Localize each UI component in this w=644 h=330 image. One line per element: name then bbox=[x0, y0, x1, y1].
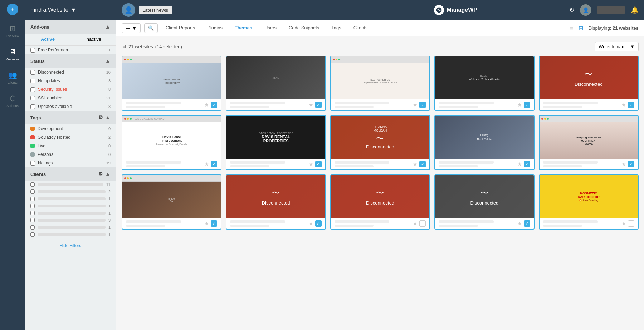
find-website-dropdown[interactable]: Find a Website ▼ bbox=[30, 7, 76, 13]
status-disconnected-checkbox[interactable] bbox=[30, 70, 35, 75]
nav-item-overview[interactable]: ⊞ Overview bbox=[2, 20, 23, 42]
bell-icon[interactable]: 🔔 bbox=[631, 6, 639, 14]
tab-clients[interactable]: Clients bbox=[349, 23, 372, 33]
client-item-7[interactable]: 1 bbox=[25, 224, 116, 231]
website-card-11[interactable]: TimberCo. ★ ✓ bbox=[122, 174, 221, 230]
status-security-item[interactable]: Security Issues 8 bbox=[25, 85, 116, 94]
status-noupdates-checkbox[interactable] bbox=[30, 79, 35, 83]
tab-code-snippets[interactable]: Code Snippets bbox=[284, 23, 323, 33]
tag-notags-checkbox[interactable] bbox=[30, 161, 35, 166]
website-card-2[interactable]: JRR ★ ✓ bbox=[226, 56, 326, 111]
grid-view-button[interactable]: ⊞ bbox=[577, 24, 585, 33]
nav-item-addons[interactable]: ⬡ Add-ons bbox=[2, 90, 23, 112]
news-badge[interactable]: Latest news! bbox=[139, 6, 172, 14]
tag-notags-item[interactable]: No tags 19 bbox=[25, 159, 116, 167]
card-check-11[interactable]: ✓ bbox=[211, 220, 217, 227]
tab-client-reports[interactable]: Client Reports bbox=[161, 23, 199, 33]
client-1-checkbox[interactable] bbox=[30, 182, 35, 187]
client-8-checkbox[interactable] bbox=[30, 232, 35, 237]
client-item-8[interactable]: 1 bbox=[25, 231, 116, 238]
client-5-checkbox[interactable] bbox=[30, 211, 35, 215]
tag-personal-item[interactable]: Personal 0 bbox=[25, 150, 116, 159]
status-ssl-checkbox[interactable] bbox=[30, 96, 35, 100]
card-star-5[interactable]: ★ bbox=[621, 102, 626, 108]
card-check-15[interactable] bbox=[628, 220, 634, 227]
card-check-3[interactable]: ✓ bbox=[419, 102, 426, 108]
website-card-15[interactable]: KOSMETICKAR DOCTOR 🔥 Auto Detailing ★ bbox=[539, 174, 639, 230]
tab-inactive[interactable]: Inactive bbox=[70, 34, 116, 45]
nav-item-clients[interactable]: 👥 Clients bbox=[2, 67, 23, 88]
website-card-3[interactable]: BEST WINERIESExpert Guide to Wine Countr… bbox=[330, 56, 430, 111]
tab-active[interactable]: Active bbox=[25, 34, 70, 45]
status-security-checkbox[interactable] bbox=[30, 87, 35, 92]
website-card-4[interactable]: Buntag Welcome To My Website ★ ✓ bbox=[434, 56, 534, 111]
tags-settings-icon[interactable]: ⚙ bbox=[98, 114, 103, 121]
add-button[interactable]: + bbox=[7, 4, 18, 15]
sort-dropdown[interactable]: Website name ▼ bbox=[595, 42, 639, 51]
card-star-12[interactable]: ★ bbox=[309, 221, 313, 226]
card-check-5[interactable]: ✓ bbox=[628, 102, 634, 108]
card-check-1[interactable]: ✓ bbox=[211, 102, 217, 108]
card-check-13[interactable] bbox=[419, 220, 426, 227]
tab-users[interactable]: Users bbox=[260, 23, 281, 33]
card-star-9[interactable]: ★ bbox=[517, 161, 522, 167]
website-card-7[interactable]: DAVIS RENTAL PROPERTIES DAVIS RENTALPROP… bbox=[226, 115, 326, 170]
card-check-4[interactable]: ✓ bbox=[524, 102, 530, 108]
card-star-1[interactable]: ★ bbox=[204, 102, 209, 108]
website-card-5[interactable]: 〜 Disconnected ★ ✓ bbox=[539, 56, 639, 111]
website-card-6[interactable]: DAYS GALLERY CONTACT Davis HomeImproveme… bbox=[122, 115, 221, 170]
card-star-10[interactable]: ★ bbox=[621, 161, 626, 167]
free-performance-checkbox[interactable] bbox=[30, 48, 35, 53]
website-card-1[interactable]: Kristin FelderPhotography ★ ✓ bbox=[122, 56, 221, 111]
clients-collapse-button[interactable]: ▲ bbox=[105, 171, 111, 177]
free-performance-item[interactable]: Free Performan... 1 bbox=[25, 46, 116, 54]
card-check-10[interactable]: ✓ bbox=[628, 161, 634, 167]
search-button[interactable]: 🔍 bbox=[144, 23, 158, 33]
tab-themes[interactable]: Themes bbox=[230, 23, 257, 33]
nav-item-websites[interactable]: 🖥 Websites bbox=[2, 44, 23, 65]
client-3-checkbox[interactable] bbox=[30, 197, 35, 201]
card-check-2[interactable]: ✓ bbox=[315, 102, 322, 108]
client-6-checkbox[interactable] bbox=[30, 218, 35, 222]
card-star-4[interactable]: ★ bbox=[517, 102, 522, 108]
client-7-checkbox[interactable] bbox=[30, 225, 35, 230]
card-star-11[interactable]: ★ bbox=[204, 221, 209, 226]
hide-filters-button[interactable]: Hide Filters bbox=[25, 240, 116, 251]
status-updates-item[interactable]: Updates available 8 bbox=[25, 102, 116, 111]
client-item-3[interactable]: 1 bbox=[25, 195, 116, 202]
card-star-7[interactable]: ★ bbox=[309, 161, 313, 167]
client-item-5[interactable]: 1 bbox=[25, 210, 116, 217]
website-card-9[interactable]: Buntag Real Estate ★ ✓ bbox=[434, 115, 534, 170]
card-star-2[interactable]: ★ bbox=[309, 102, 313, 108]
client-4-checkbox[interactable] bbox=[30, 204, 35, 208]
website-card-12[interactable]: 〜 Disconnected ★ ✓ bbox=[226, 174, 326, 230]
status-updates-checkbox[interactable] bbox=[30, 104, 35, 109]
tag-development-item[interactable]: Development 0 bbox=[25, 124, 116, 133]
client-item-2[interactable]: 2 bbox=[25, 188, 116, 195]
website-card-14[interactable]: 〜 Disconnected ★ ✓ bbox=[434, 174, 534, 230]
tab-plugins[interactable]: Plugins bbox=[203, 23, 227, 33]
filter-toggle-button[interactable]: — ▼ bbox=[122, 23, 141, 33]
status-disconnected-item[interactable]: Disconnected 10 bbox=[25, 68, 116, 77]
client-item-4[interactable]: 1 bbox=[25, 202, 116, 210]
tags-collapse-button[interactable]: ▲ bbox=[105, 114, 111, 121]
status-collapse-button[interactable]: ▲ bbox=[105, 58, 111, 64]
client-item-1[interactable]: 11 bbox=[25, 181, 116, 188]
user-avatar[interactable]: 👤 bbox=[580, 4, 591, 16]
website-card-13[interactable]: 〜 Disconnected ★ bbox=[330, 174, 430, 230]
addons-collapse-button[interactable]: ▲ bbox=[105, 24, 111, 30]
card-check-8[interactable]: ✓ bbox=[419, 161, 426, 167]
card-star-13[interactable]: ★ bbox=[413, 221, 418, 226]
status-ssl-item[interactable]: SSL enabled 21 bbox=[25, 94, 116, 102]
card-check-12[interactable]: ✓ bbox=[315, 220, 322, 227]
status-noupdates-item[interactable]: No updates 3 bbox=[25, 77, 116, 85]
tag-godaddy-item[interactable]: GoDaddy Hosted 2 bbox=[25, 133, 116, 142]
website-card-8[interactable]: DEANNAMCLEAN 〜 Disconnected ★ ✓ bbox=[330, 115, 430, 170]
client-2-checkbox[interactable] bbox=[30, 189, 35, 194]
card-check-6[interactable]: ✓ bbox=[211, 161, 217, 167]
client-item-6[interactable]: 3 bbox=[25, 217, 116, 224]
card-star-14[interactable]: ★ bbox=[517, 221, 522, 226]
tag-live-item[interactable]: Live 0 bbox=[25, 142, 116, 150]
website-card-10[interactable]: Helping You MakeYOUR NEXTMOVE ★ ✓ bbox=[539, 115, 639, 170]
clients-settings-icon[interactable]: ⚙ bbox=[98, 171, 103, 177]
